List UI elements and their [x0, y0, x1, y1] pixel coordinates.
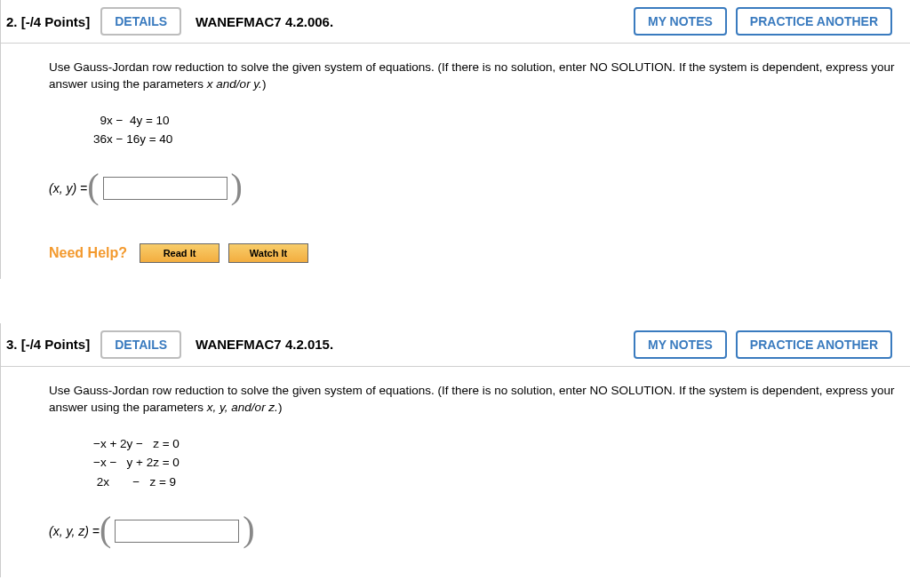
details-button[interactable]: DETAILS [100, 330, 181, 359]
question-header: 3. [-/4 Points] DETAILS WANEFMAC7 4.2.01… [1, 323, 910, 367]
answer-row: (x, y, z) = ( ) [49, 501, 898, 561]
right-paren: ) [231, 169, 243, 204]
details-button[interactable]: DETAILS [100, 7, 181, 36]
answer-variable-label: (x, y) = [49, 181, 87, 195]
question-block: 2. [-/4 Points] DETAILS WANEFMAC7 4.2.00… [0, 0, 910, 279]
my-notes-button[interactable]: MY NOTES [634, 330, 727, 359]
question-block: 3. [-/4 Points] DETAILS WANEFMAC7 4.2.01… [0, 323, 910, 577]
equations: 9x − 4y = 10 36x − 16y = 40 [49, 102, 898, 158]
right-paren: ) [243, 512, 254, 547]
practice-another-button[interactable]: PRACTICE ANOTHER [736, 7, 892, 36]
question-ref: WANEFMAC7 4.2.006. [190, 14, 333, 29]
practice-another-button[interactable]: PRACTICE ANOTHER [736, 330, 892, 359]
help-row: Need Help? Read It Watch It [49, 243, 898, 263]
header-right-buttons: MY NOTES PRACTICE ANOTHER [634, 7, 910, 36]
equations: −x + 2y − z = 0 −x − y + 2z = 0 2x − z =… [49, 425, 898, 501]
left-paren: ( [87, 169, 99, 204]
answer-row: (x, y) = ( ) [49, 158, 898, 219]
left-paren: ( [100, 512, 111, 547]
question-content: Use Gauss-Jordan row reduction to solve … [1, 367, 910, 577]
answer-input[interactable] [103, 177, 228, 200]
my-notes-button[interactable]: MY NOTES [634, 7, 727, 36]
answer-variable-label: (x, y, z) = [49, 524, 100, 538]
question-number: 3. [-/4 Points] [1, 337, 100, 352]
question-ref: WANEFMAC7 4.2.015. [190, 337, 333, 352]
watch-it-button[interactable]: Watch It [228, 243, 308, 263]
question-prompt: Use Gauss-Jordan row reduction to solve … [49, 383, 898, 417]
question-number: 2. [-/4 Points] [1, 14, 100, 29]
question-content: Use Gauss-Jordan row reduction to solve … [1, 44, 910, 279]
header-right-buttons: MY NOTES PRACTICE ANOTHER [634, 330, 910, 359]
question-prompt: Use Gauss-Jordan row reduction to solve … [49, 60, 898, 93]
read-it-button[interactable]: Read It [140, 243, 220, 263]
question-header: 2. [-/4 Points] DETAILS WANEFMAC7 4.2.00… [1, 0, 910, 44]
answer-input[interactable] [115, 520, 239, 543]
need-help-label: Need Help? [49, 245, 127, 261]
